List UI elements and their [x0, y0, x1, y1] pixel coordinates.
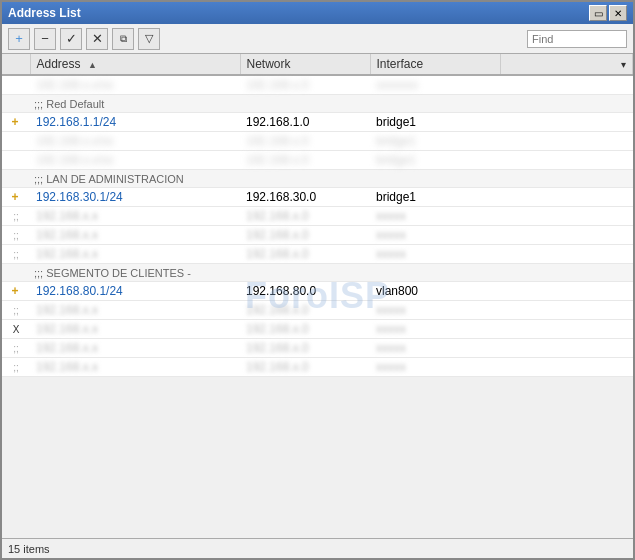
- row-flag: +: [2, 113, 30, 132]
- plus-icon: +: [11, 115, 18, 129]
- interface-cell: xxxxx: [370, 226, 500, 245]
- interface-cell: xxxxxxx: [370, 75, 500, 95]
- network-cell: 192.168.x.0: [240, 75, 370, 95]
- address-cell: 192.168.x.x/xx: [30, 151, 240, 170]
- interface-cell: xxxxx: [370, 301, 500, 320]
- row-flag: ;;: [2, 358, 30, 377]
- interface-cell: xxxxx: [370, 245, 500, 264]
- network-cell: 192.168.1.0: [240, 113, 370, 132]
- table-container[interactable]: Address ▲ Network Interface ▾: [2, 54, 633, 377]
- add-button[interactable]: +: [8, 28, 30, 50]
- network-cell: 192.168.x.0: [240, 245, 370, 264]
- window-controls: ▭ ✕: [589, 5, 627, 21]
- table-row[interactable]: + 192.168.30.1/24 192.168.30.0 bridge1: [2, 188, 633, 207]
- address-cell: 192.168.x.x/xx: [30, 132, 240, 151]
- table-row[interactable]: ;; 192.168.x.x 192.168.x.0 xxxxx: [2, 245, 633, 264]
- section-row-lan-admin: ;;; LAN DE ADMINISTRACION: [2, 170, 633, 188]
- copy-button[interactable]: ⧉: [112, 28, 134, 50]
- address-cell: 192.168.x.x/xx: [30, 75, 240, 95]
- row-flag: +: [2, 282, 30, 301]
- address-cell: 192.168.x.x: [30, 358, 240, 377]
- disable-button[interactable]: ✕: [86, 28, 108, 50]
- table-wrapper: ForoISP Address ▲ Network Interfac: [2, 54, 633, 538]
- table-row[interactable]: ;; 192.168.x.x 192.168.x.0 xxxxx: [2, 226, 633, 245]
- extra-cell: [500, 226, 633, 245]
- col-flag: [2, 54, 30, 75]
- interface-cell: bridge1: [370, 113, 500, 132]
- section-label: ;;; SEGMENTO DE CLIENTES -: [30, 264, 500, 282]
- sort-arrow: ▲: [88, 60, 97, 70]
- section-label: ;;; LAN DE ADMINISTRACION: [30, 170, 500, 188]
- extra-cell: [500, 358, 633, 377]
- extra-cell: [500, 207, 633, 226]
- enable-button[interactable]: ✓: [60, 28, 82, 50]
- extra-cell: [500, 151, 633, 170]
- interface-cell: xxxxx: [370, 320, 500, 339]
- interface-cell: bridge1: [370, 151, 500, 170]
- status-bar: 15 items: [2, 538, 633, 558]
- interface-cell: bridge1: [370, 188, 500, 207]
- table-row[interactable]: ;; 192.168.x.x 192.168.x.0 xxxxx: [2, 207, 633, 226]
- find-input[interactable]: [527, 30, 627, 48]
- table-row[interactable]: ;; 192.168.x.x 192.168.x.0 xxxxx: [2, 339, 633, 358]
- extra-cell: [500, 339, 633, 358]
- address-cell: 192.168.x.x: [30, 320, 240, 339]
- table-row[interactable]: 192.168.x.x/xx 192.168.x.0 bridge1: [2, 151, 633, 170]
- table-row[interactable]: ;; 192.168.x.x 192.168.x.0 xxxxx: [2, 301, 633, 320]
- row-flag: X: [2, 320, 30, 339]
- row-flag: ;;: [2, 245, 30, 264]
- table-row[interactable]: X 192.168.x.x 192.168.x.0 xxxxx: [2, 320, 633, 339]
- interface-cell: xxxxx: [370, 358, 500, 377]
- table-row[interactable]: ;; 192.168.x.x 192.168.x.0 xxxxx: [2, 358, 633, 377]
- section-flag: [2, 95, 30, 113]
- extra-cell: [500, 301, 633, 320]
- network-cell: 192.168.x.0: [240, 320, 370, 339]
- extra-cell: [500, 132, 633, 151]
- dropdown-arrow-icon[interactable]: ▾: [621, 59, 626, 70]
- row-flag: [2, 132, 30, 151]
- table-row[interactable]: + 192.168.1.1/24 192.168.1.0 bridge1: [2, 113, 633, 132]
- restore-button[interactable]: ▭: [589, 5, 607, 21]
- network-cell: 192.168.x.0: [240, 132, 370, 151]
- row-flag: ;;: [2, 339, 30, 358]
- interface-cell: xxxxx: [370, 207, 500, 226]
- remove-button[interactable]: −: [34, 28, 56, 50]
- extra-cell: [500, 188, 633, 207]
- window-title: Address List: [8, 6, 81, 20]
- filter-button[interactable]: ▽: [138, 28, 160, 50]
- network-cell: 192.168.x.0: [240, 358, 370, 377]
- items-count: 15 items: [8, 543, 50, 555]
- section-flag: [2, 264, 30, 282]
- col-extra-header: ▾: [500, 54, 633, 75]
- col-address-header[interactable]: Address ▲: [30, 54, 240, 75]
- row-flag: ;;: [2, 207, 30, 226]
- network-cell: 192.168.30.0: [240, 188, 370, 207]
- network-cell: 192.168.x.0: [240, 151, 370, 170]
- toolbar: + − ✓ ✕ ⧉ ▽: [2, 24, 633, 54]
- section-flag: [2, 170, 30, 188]
- section-row-red-default: ;;; Red Default: [2, 95, 633, 113]
- col-interface-header[interactable]: Interface: [370, 54, 500, 75]
- table-row[interactable]: 192.168.x.x/xx 192.168.x.0 bridge1: [2, 132, 633, 151]
- row-flag: [2, 75, 30, 95]
- network-cell: 192.168.x.0: [240, 301, 370, 320]
- table-row[interactable]: + 192.168.80.1/24 192.168.80.0 vlan800: [2, 282, 633, 301]
- section-label: ;;; Red Default: [30, 95, 500, 113]
- row-flag: [2, 151, 30, 170]
- find-box: [527, 30, 627, 48]
- address-cell: 192.168.x.x: [30, 207, 240, 226]
- extra-cell: [500, 245, 633, 264]
- row-flag: +: [2, 188, 30, 207]
- network-cell: 192.168.80.0: [240, 282, 370, 301]
- extra-cell: [500, 282, 633, 301]
- table-header-row: Address ▲ Network Interface ▾: [2, 54, 633, 75]
- plus-icon: +: [11, 190, 18, 204]
- close-button[interactable]: ✕: [609, 5, 627, 21]
- address-cell: 192.168.x.x: [30, 226, 240, 245]
- table-row[interactable]: 192.168.x.x/xx 192.168.x.0 xxxxxxx: [2, 75, 633, 95]
- interface-cell: xxxxx: [370, 339, 500, 358]
- table-body: 192.168.x.x/xx 192.168.x.0 xxxxxxx ;;; R…: [2, 75, 633, 377]
- col-network-header[interactable]: Network: [240, 54, 370, 75]
- address-list-window: Address List ▭ ✕ + − ✓ ✕ ⧉ ▽ ForoISP Add…: [0, 0, 635, 560]
- interface-cell: vlan800: [370, 282, 500, 301]
